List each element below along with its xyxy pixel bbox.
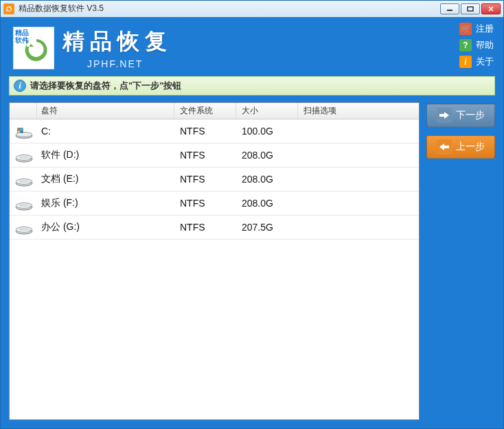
table-header: 盘符 文件系统 大小 扫描选项	[10, 103, 419, 119]
table-row[interactable]: 软件 (D:)NTFS208.0G	[10, 143, 419, 167]
next-button[interactable]: 下一步	[426, 104, 495, 127]
window-title: 精品数据恢复软件 V3.5	[19, 3, 440, 14]
drive-label: 娱乐 (F:)	[37, 197, 174, 209]
arrow-left-icon	[437, 139, 452, 154]
svg-rect-5	[18, 128, 20, 130]
brand: 精品恢复 JPHF.NET	[62, 27, 172, 69]
svg-point-19	[19, 203, 30, 207]
svg-rect-8	[21, 130, 23, 132]
drive-label: 文档 (E:)	[37, 173, 174, 185]
app-body: 精品软件 精品恢复 JPHF.NET 🛒 注册 ? 帮助 i	[1, 17, 503, 428]
about-link[interactable]: i 关于	[459, 56, 494, 68]
svg-rect-16	[30, 182, 32, 183]
svg-point-23	[19, 227, 30, 231]
table-row[interactable]: C:NTFS100.0G	[10, 119, 419, 143]
header: 精品软件 精品恢复 JPHF.NET 🛒 注册 ? 帮助 i	[9, 17, 495, 76]
drive-icon	[10, 174, 37, 185]
nav-panel: 下一步 上一步	[426, 102, 495, 420]
info-text: 请选择要恢复的盘符，点"下一步"按钮	[30, 80, 181, 92]
drive-label: 办公 (G:)	[37, 221, 174, 233]
window-controls	[440, 3, 501, 14]
register-link[interactable]: 🛒 注册	[459, 23, 494, 35]
brand-name: 精品恢复	[62, 27, 172, 57]
app-icon	[3, 3, 14, 14]
svg-rect-7	[18, 130, 20, 132]
logo-tag: 精品软件	[15, 29, 29, 44]
prev-button[interactable]: 上一步	[426, 135, 495, 159]
help-link[interactable]: ? 帮助	[459, 39, 494, 51]
table-row[interactable]: 办公 (G:)NTFS207.5G	[10, 216, 419, 240]
drive-fs: NTFS	[174, 198, 236, 209]
app-window: 精品数据恢复软件 V3.5 精品软件 精品恢复 JPHF.NET 🛒 注册	[0, 0, 504, 429]
minimize-button[interactable]	[440, 3, 459, 14]
help-label: 帮助	[476, 39, 494, 51]
table-row[interactable]: 文档 (E:)NTFS208.0G	[10, 167, 419, 192]
brand-site: JPHF.NET	[87, 58, 172, 69]
drive-table: 盘符 文件系统 大小 扫描选项 C:NTFS100.0G软件 (D:)NTFS2…	[9, 102, 420, 420]
table-body: C:NTFS100.0G软件 (D:)NTFS208.0G文档 (E:)NTFS…	[10, 119, 419, 419]
drive-size: 208.0G	[236, 198, 298, 209]
col-size[interactable]: 大小	[236, 103, 298, 119]
help-icon: ?	[459, 39, 472, 51]
svg-rect-0	[447, 10, 453, 11]
svg-rect-20	[30, 206, 32, 207]
next-label: 下一步	[456, 109, 485, 121]
close-button[interactable]	[481, 3, 501, 14]
register-label: 注册	[476, 23, 494, 35]
col-fs[interactable]: 文件系统	[174, 103, 236, 119]
svg-point-15	[19, 179, 30, 183]
info-icon: i	[14, 80, 26, 92]
drive-label: C:	[37, 126, 174, 137]
col-drive[interactable]: 盘符	[37, 103, 174, 119]
svg-point-11	[19, 155, 30, 159]
main-row: 盘符 文件系统 大小 扫描选项 C:NTFS100.0G软件 (D:)NTFS2…	[9, 102, 495, 420]
drive-fs: NTFS	[174, 222, 236, 233]
drive-icon	[10, 198, 37, 209]
svg-rect-1	[468, 7, 473, 11]
drive-label: 软件 (D:)	[37, 149, 174, 161]
svg-rect-12	[30, 158, 32, 159]
drive-fs: NTFS	[174, 150, 236, 161]
col-icon	[10, 103, 37, 119]
svg-rect-24	[30, 230, 32, 231]
drive-size: 208.0G	[236, 150, 298, 161]
info-bar: i 请选择要恢复的盘符，点"下一步"按钮	[9, 76, 495, 95]
svg-rect-6	[21, 128, 23, 130]
drive-icon	[10, 222, 37, 233]
table-row[interactable]: 娱乐 (F:)NTFS208.0G	[10, 192, 419, 216]
titlebar: 精品数据恢复软件 V3.5	[1, 1, 503, 17]
logo-icon: 精品软件	[13, 27, 54, 69]
prev-label: 上一步	[456, 141, 485, 153]
drive-size: 100.0G	[236, 126, 298, 137]
maximize-button[interactable]	[461, 3, 480, 14]
top-links: 🛒 注册 ? 帮助 i 关于	[459, 23, 494, 68]
drive-size: 208.0G	[236, 174, 298, 185]
drive-fs: NTFS	[174, 126, 236, 137]
arrow-right-icon	[437, 108, 452, 123]
about-icon: i	[459, 56, 472, 68]
register-icon: 🛒	[459, 23, 472, 35]
drive-icon	[10, 126, 37, 137]
drive-fs: NTFS	[174, 174, 236, 185]
about-label: 关于	[476, 56, 494, 68]
drive-icon	[10, 150, 37, 161]
drive-size: 207.5G	[236, 222, 298, 233]
col-options[interactable]: 扫描选项	[298, 103, 419, 119]
